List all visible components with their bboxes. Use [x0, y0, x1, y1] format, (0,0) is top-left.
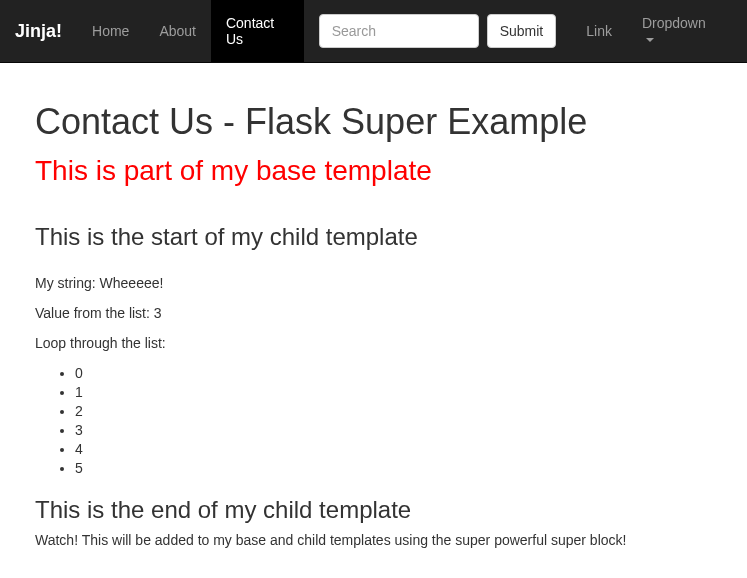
main-container: Contact Us - Flask Super Example This is…	[0, 101, 747, 548]
base-template-notice: This is part of my base template	[35, 155, 712, 187]
list-item: 5	[75, 460, 712, 476]
nav-link-about[interactable]: About	[144, 8, 211, 54]
navbar-brand[interactable]: Jinja!	[15, 6, 77, 57]
loop-intro: Loop through the list:	[35, 335, 712, 351]
value-from-list-line: Value from the list: 3	[35, 305, 712, 321]
navbar-search-form: Submit	[304, 6, 572, 56]
nav-link-home[interactable]: Home	[77, 8, 144, 54]
loop-list: 0 1 2 3 4 5	[35, 365, 712, 476]
page-title: Contact Us - Flask Super Example	[35, 101, 712, 143]
nav-link-link[interactable]: Link	[571, 8, 627, 54]
list-item: 3	[75, 422, 712, 438]
child-end-heading: This is the end of my child template	[35, 496, 712, 524]
list-item: 2	[75, 403, 712, 419]
search-input[interactable]	[319, 14, 479, 48]
my-string-line: My string: Wheeeee!	[35, 275, 712, 291]
chevron-down-icon	[646, 38, 654, 42]
nav-right: Link Dropdown	[571, 0, 732, 62]
footer-line: Watch! This will be added to my base and…	[35, 532, 712, 548]
list-item: 1	[75, 384, 712, 400]
nav-link-dropdown[interactable]: Dropdown	[627, 0, 732, 62]
submit-button[interactable]: Submit	[487, 14, 557, 48]
child-start-heading: This is the start of my child template	[35, 223, 712, 251]
nav-dropdown-label: Dropdown	[642, 15, 706, 31]
navbar: Jinja! Home About Contact Us Submit Link…	[0, 0, 747, 63]
nav-link-contact-us[interactable]: Contact Us	[211, 0, 304, 62]
list-item: 0	[75, 365, 712, 381]
list-item: 4	[75, 441, 712, 457]
nav-left: Home About Contact Us	[77, 0, 304, 62]
